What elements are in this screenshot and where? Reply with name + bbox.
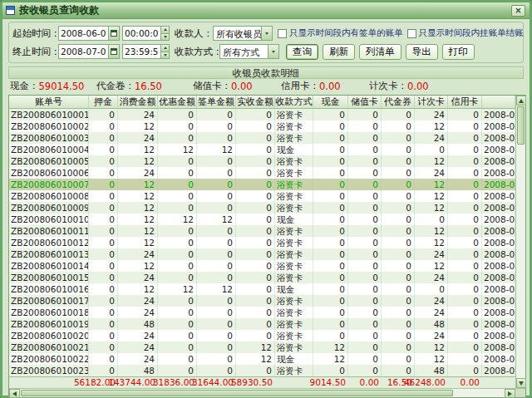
table-row[interactable]: ZB200806010009012000浴资卡0001202008-0 — [9, 202, 515, 214]
start-time-input[interactable] — [122, 26, 160, 41]
table-row[interactable]: ZB200806010020024000浴资卡0002402008-0 — [9, 330, 515, 341]
table-cell: 0 — [448, 167, 482, 179]
column-header[interactable]: 代金券 — [382, 96, 415, 108]
column-header[interactable]: 计次卡 — [415, 96, 448, 108]
show-signed-bills-checkbox[interactable]: 只显示时间段内有签单的账单 — [278, 27, 403, 39]
print-button[interactable]: 打印 — [442, 44, 475, 60]
table-row[interactable]: ZB200806010013024000浴资卡0002402008-0 — [9, 248, 515, 260]
table-cell: 0 — [382, 318, 415, 330]
table-row[interactable]: ZB20080601001001212120现金000002008-0 — [9, 214, 515, 225]
spin-up-icon[interactable] — [160, 26, 170, 34]
scroll-right-icon[interactable] — [505, 389, 515, 398]
table-row[interactable]: ZB200806010007012000浴资卡0001202008-0 — [9, 179, 515, 190]
table-cell: 0 — [236, 295, 275, 307]
end-date-input[interactable] — [58, 44, 108, 59]
table-row[interactable]: ZB2008060100220240012现金12001202008-0 — [9, 353, 515, 365]
table-row[interactable]: ZB200806010019048000浴资卡0004802008-0 — [9, 318, 515, 330]
table-cell: 0 — [382, 341, 415, 353]
spin-down-icon[interactable] — [160, 52, 170, 60]
table-row[interactable]: ZB200806010018024000浴资卡0002402008-0 — [9, 307, 515, 318]
method-select[interactable]: 所有方式 — [219, 44, 279, 59]
column-header[interactable]: 押金 — [89, 96, 118, 108]
table-row[interactable]: ZB2008060100210240012浴资卡12001202008-0 — [9, 341, 515, 353]
table-cell: 0 — [313, 272, 348, 283]
table-cell: 0 — [448, 365, 482, 376]
window-titlebar[interactable]: 按收银员查询收款 × — [2, 2, 530, 19]
table-row[interactable]: ZB200806010008012000浴资卡0001202008-0 — [9, 190, 515, 202]
column-header[interactable]: 签单金额 — [197, 96, 236, 108]
close-button[interactable]: × — [511, 5, 525, 17]
spin-down-icon[interactable] — [160, 34, 170, 42]
table-row[interactable]: ZB200806010012012000浴资卡0001202008-0 — [9, 237, 515, 248]
vertical-scroll-track[interactable] — [516, 106, 525, 378]
start-date-calendar-icon[interactable] — [108, 26, 120, 41]
table-cell: 0 — [313, 202, 348, 214]
end-time-input[interactable] — [122, 44, 160, 59]
table-cell: 0 — [382, 179, 415, 190]
filter-panel: 起始时间： 收款人： 所有收银员 — [8, 22, 524, 63]
table-cell: 0 — [158, 120, 197, 132]
vertical-scrollbar[interactable] — [515, 96, 525, 388]
spin-up-icon[interactable] — [160, 44, 170, 52]
table-cell: 0 — [448, 190, 482, 202]
table-cell: 24 — [118, 272, 158, 283]
chevron-down-icon[interactable] — [261, 27, 272, 40]
start-date-input[interactable] — [58, 26, 108, 41]
column-header[interactable]: 账单号 — [9, 96, 89, 108]
table-cell: 0 — [197, 190, 236, 202]
table-row[interactable]: ZB200806010011012000浴资卡0001202008-0 — [9, 225, 515, 237]
table-row[interactable]: ZB200806010001024000浴资卡0002402008-0 — [9, 109, 515, 120]
table-cell: 24 — [118, 132, 158, 144]
scroll-down-icon[interactable] — [516, 378, 526, 388]
filter-row-1: 起始时间： 收款人： 所有收银员 — [12, 24, 520, 42]
column-header[interactable] — [482, 96, 515, 108]
table-row[interactable]: ZB200806010005012000浴资卡0001202008-0 — [9, 155, 515, 167]
table-row[interactable]: ZB200806010017024000浴资卡0002402008-0 — [9, 295, 515, 307]
column-header[interactable]: 消费金额 — [118, 96, 158, 108]
summary-label: 计次卡： — [369, 80, 407, 92]
chevron-down-icon[interactable] — [268, 45, 278, 58]
refresh-button[interactable]: 刷新 — [323, 44, 355, 60]
table-cell: 0 — [415, 214, 448, 225]
horizontal-scroll-thumb[interactable] — [21, 390, 453, 396]
table-row[interactable]: ZB200806010014012000浴资卡0001202008-0 — [9, 260, 515, 272]
column-header[interactable]: 优惠金额 — [158, 96, 197, 108]
end-date-calendar-icon[interactable] — [108, 44, 120, 59]
table-row[interactable]: ZB200806010006024000浴资卡0002402008-0 — [9, 167, 515, 179]
vertical-scroll-thumb[interactable] — [517, 106, 525, 145]
column-header[interactable]: 信用卡 — [448, 96, 482, 108]
horizontal-scrollbar[interactable] — [9, 389, 515, 397]
checkbox-box[interactable] — [278, 29, 287, 38]
payee-select[interactable]: 所有收银员 — [213, 26, 273, 41]
table-row[interactable]: ZB200806010003024000浴资卡0002402008-0 — [9, 132, 515, 144]
horizontal-scroll-track[interactable] — [20, 389, 505, 397]
table-cell: 0 — [236, 214, 275, 225]
table-row[interactable]: ZB200806010023048000浴资卡0004802008-0 — [9, 365, 515, 376]
table-cell: 0 — [348, 318, 382, 330]
table-cell: 12 — [158, 283, 197, 295]
table-row[interactable]: ZB200806010015024000浴资卡0002402008-0 — [9, 272, 515, 283]
table-row[interactable]: ZB20080601000401212120现金000002008-0 — [9, 144, 515, 155]
scroll-up-icon[interactable] — [516, 96, 526, 106]
query-button[interactable]: 查询 — [286, 44, 318, 60]
column-header[interactable]: 收款方式 — [275, 96, 313, 108]
table-cell: 12 — [197, 214, 236, 225]
table-row[interactable]: ZB20080601001601212120现金000002008-0 — [9, 283, 515, 295]
table-row[interactable]: ZB200806010002012000浴资卡0001202008-0 — [9, 120, 515, 132]
column-header[interactable]: 实收金额 — [236, 96, 275, 108]
show-credit-settle-checkbox[interactable]: 只显示时间段内挂账单结账 — [407, 27, 524, 39]
column-header[interactable]: 现金 — [313, 96, 348, 108]
table-cell: 0 — [158, 202, 197, 214]
checkbox-box[interactable] — [407, 29, 416, 38]
checkbox-label[interactable]: 只显示时间段内有签单的账单 — [289, 27, 403, 39]
start-time-field — [122, 26, 170, 41]
export-button[interactable]: 导出 — [406, 44, 438, 60]
scroll-left-icon[interactable] — [9, 389, 20, 398]
column-header[interactable]: 储值卡 — [348, 96, 382, 108]
table-cell: 0 — [448, 155, 482, 167]
list-button[interactable]: 列清单 — [359, 44, 401, 60]
table-cell: ZB200806010020 — [9, 330, 89, 341]
table-cell: 2008-0 — [482, 214, 515, 225]
checkbox-label[interactable]: 只显示时间段内挂账单结账 — [419, 27, 524, 39]
table-cell: 0 — [89, 109, 118, 120]
